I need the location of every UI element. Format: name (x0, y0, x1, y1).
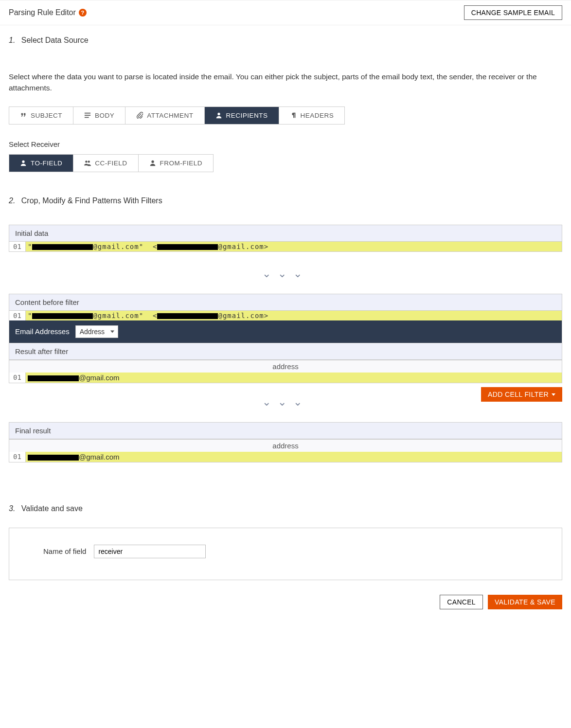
svg-point-3 (217, 113, 220, 115)
name-of-field-form: Name of field (9, 528, 562, 580)
svg-rect-2 (85, 117, 89, 118)
final-result-label: Final result (9, 423, 562, 439)
page-title: Parsing Rule Editor (9, 8, 76, 17)
svg-point-7 (151, 160, 154, 163)
initial-data-panel: Initial data 01 "@gmail.com" <@gmail.com… (9, 225, 562, 252)
step-3-heading: 3. Validate and save (9, 504, 562, 513)
svg-point-5 (85, 160, 87, 162)
initial-data-row: 01 "@gmail.com" <@gmail.com> (9, 242, 562, 251)
result-after-value: @gmail.com (26, 373, 562, 383)
line-number: 01 (9, 373, 26, 383)
step-3-title: Validate and save (21, 504, 83, 513)
quote-icon (20, 112, 27, 119)
content-before-label: Content before filter (9, 294, 562, 311)
step-1-description: Select where the data you want to parse … (9, 71, 562, 94)
cancel-button[interactable]: CANCEL (440, 595, 483, 609)
result-after-row: 01 @gmail.com (9, 373, 562, 383)
step-2-heading: 2. Crop, Modify & Find Patterns With Fil… (9, 196, 562, 205)
column-header-address: address (9, 439, 562, 452)
change-sample-email-button[interactable]: CHANGE SAMPLE EMAIL (464, 5, 562, 20)
tab-recipients[interactable]: RECIPIENTS (205, 107, 279, 124)
person-icon (215, 112, 222, 119)
chevron-down-icon: ⌄⌄⌄ (9, 257, 562, 294)
chevron-down-icon: ⌄⌄⌄ ADD CELL FILTER (9, 385, 562, 422)
line-number: 01 (9, 452, 26, 462)
step-1-heading: 1. Select Data Source (9, 36, 562, 45)
tab-attachment[interactable]: ATTACHMENT (125, 107, 204, 124)
validate-save-button[interactable]: VALIDATE & SAVE (488, 595, 562, 609)
align-icon (84, 112, 91, 119)
final-result-panel: Final result address 01 @gmail.com (9, 422, 562, 462)
svg-rect-0 (85, 113, 90, 114)
svg-rect-1 (85, 115, 90, 116)
person-icon (20, 160, 27, 166)
receiver-tabs: TO-FIELD CC-FIELD FROM-FIELD (9, 154, 214, 172)
step-2-title: Crop, Modify & Find Patterns With Filter… (21, 196, 162, 205)
line-number: 01 (9, 311, 26, 320)
initial-data-label: Initial data (9, 225, 562, 242)
tab-recipients-label: RECIPIENTS (226, 112, 268, 119)
initial-data-value: "@gmail.com" <@gmail.com> (26, 242, 562, 251)
content-before-value: "@gmail.com" <@gmail.com> (26, 311, 562, 320)
name-of-field-input[interactable] (94, 545, 206, 558)
tab-from-label: FROM-FIELD (160, 160, 203, 167)
tab-headers-label: HEADERS (301, 112, 334, 119)
tab-cc-label: CC-FIELD (95, 160, 127, 167)
tab-body[interactable]: BODY (73, 107, 125, 124)
svg-point-6 (88, 160, 90, 162)
tab-subject-label: SUBJECT (31, 112, 62, 119)
tab-attachment-label: ATTACHMENT (147, 112, 193, 119)
tab-headers[interactable]: HEADERS (279, 107, 345, 124)
filter-panel: Content before filter 01 "@gmail.com" <@… (9, 294, 562, 383)
result-after-label: Result after filter (9, 343, 562, 360)
tab-subject[interactable]: SUBJECT (9, 107, 73, 124)
final-result-row: 01 @gmail.com (9, 452, 562, 462)
help-icon[interactable]: ? (79, 9, 87, 17)
filter-name-label: Email Addresses (15, 327, 70, 336)
filter-mode-select[interactable]: Address (75, 325, 118, 338)
person-icon (149, 160, 156, 166)
content-before-row: 01 "@gmail.com" <@gmail.com> (9, 311, 562, 320)
tab-to-label: TO-FIELD (31, 160, 62, 167)
tab-to-field[interactable]: TO-FIELD (9, 155, 73, 172)
column-header-address: address (9, 360, 562, 373)
final-result-value: @gmail.com (26, 452, 562, 462)
tab-cc-field[interactable]: CC-FIELD (73, 155, 138, 172)
step-3-number: 3. (9, 504, 15, 513)
tab-body-label: BODY (95, 112, 114, 119)
filter-config-bar: Email Addresses Address (9, 320, 562, 343)
name-of-field-label: Name of field (43, 547, 86, 555)
people-icon (84, 160, 91, 166)
step-1-number: 1. (9, 36, 15, 44)
step-1-title: Select Data Source (21, 36, 89, 44)
select-receiver-label: Select Receiver (9, 140, 562, 148)
data-source-tabs: SUBJECT BODY ATTACHMENT RECIPIENTS HEADE… (9, 107, 345, 124)
step-2-number: 2. (9, 196, 15, 205)
svg-point-4 (22, 160, 24, 163)
tab-from-field[interactable]: FROM-FIELD (139, 155, 214, 172)
pilcrow-icon (290, 112, 297, 119)
paperclip-icon (136, 112, 143, 119)
add-cell-filter-button[interactable]: ADD CELL FILTER (481, 387, 562, 402)
line-number: 01 (9, 242, 26, 251)
